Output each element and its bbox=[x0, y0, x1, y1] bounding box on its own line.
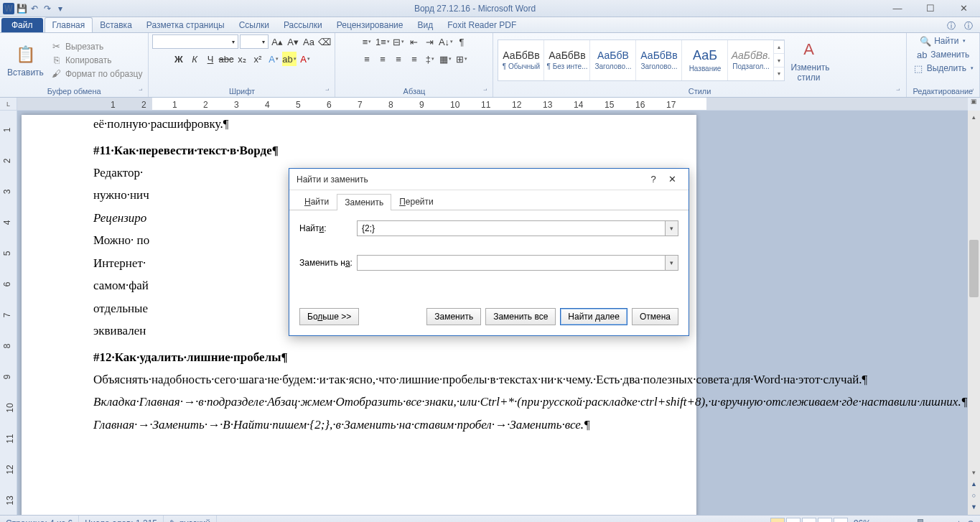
zoom-out-icon[interactable]: − bbox=[877, 518, 882, 523]
bold-icon[interactable]: Ж bbox=[172, 52, 186, 66]
strike-icon[interactable]: abc bbox=[219, 52, 233, 66]
style-no-spacing[interactable]: АаБбВв¶ Без инте... bbox=[544, 40, 590, 80]
horizontal-ruler[interactable]: L 121234567891011121314151617 bbox=[0, 98, 980, 111]
more-options-button[interactable]: Больше >> bbox=[299, 308, 359, 325]
ruler-toggle-icon[interactable]: ▣ bbox=[968, 98, 980, 111]
tab-insert[interactable]: Вставка bbox=[93, 18, 139, 32]
styles-gallery[interactable]: АаБбВв¶ Обычный АаБбВв¶ Без инте... АаБб… bbox=[498, 39, 785, 81]
dialog-tab-replace[interactable]: Заменить bbox=[337, 194, 391, 210]
scroll-up-icon[interactable]: ▴ bbox=[968, 111, 980, 123]
replace-button[interactable]: Заменить bbox=[426, 308, 481, 325]
align-right-icon[interactable]: ≡ bbox=[391, 52, 406, 66]
help-icon[interactable]: ⓘ bbox=[964, 20, 973, 32]
view-draft[interactable] bbox=[834, 518, 848, 523]
shading-icon[interactable]: ▦ bbox=[439, 52, 453, 66]
view-print-layout[interactable] bbox=[770, 518, 785, 523]
outdent-icon[interactable]: ⇤ bbox=[407, 34, 421, 49]
scroll-down-icon[interactable]: ▾ bbox=[968, 466, 980, 478]
dialog-titlebar[interactable]: Найти и заменить ? ✕ bbox=[289, 169, 689, 190]
underline-icon[interactable]: Ч bbox=[203, 52, 218, 66]
tab-mailings[interactable]: Рассылки bbox=[276, 18, 330, 32]
tab-foxit[interactable]: Foxit Reader PDF bbox=[440, 18, 523, 32]
find-history-dropdown[interactable]: ▾ bbox=[665, 221, 678, 236]
view-full-screen[interactable] bbox=[786, 518, 801, 523]
replace-button[interactable]: abЗаменить bbox=[915, 48, 971, 61]
qat-more-icon[interactable]: ▾ bbox=[55, 3, 66, 14]
prev-page-icon[interactable]: ▲ bbox=[968, 480, 980, 492]
select-button[interactable]: ⬚Выделить▾ bbox=[911, 62, 975, 75]
status-word-count[interactable]: Число слов: 1 215 bbox=[79, 516, 164, 522]
status-page[interactable]: Страница: 4 из 6 bbox=[0, 516, 79, 522]
redo-icon[interactable]: ↷ bbox=[42, 3, 53, 14]
italic-icon[interactable]: К bbox=[187, 52, 202, 66]
status-language[interactable]: ✎русский bbox=[164, 516, 217, 522]
numbering-icon[interactable]: 1≡ bbox=[375, 34, 390, 49]
change-styles-button[interactable]: A Изменить стили bbox=[788, 37, 829, 84]
subscript-icon[interactable]: x₂ bbox=[235, 52, 249, 66]
minimize-ribbon-icon[interactable]: ⓘ bbox=[947, 20, 956, 32]
align-center-icon[interactable]: ≡ bbox=[375, 52, 390, 66]
multilevel-icon[interactable]: ⊟ bbox=[391, 34, 406, 49]
line-spacing-icon[interactable]: ‡ bbox=[423, 52, 437, 66]
copy-button[interactable]: ⎘Копировать bbox=[50, 54, 144, 67]
file-tab[interactable]: Файл bbox=[1, 18, 43, 32]
find-input[interactable] bbox=[358, 221, 665, 236]
align-left-icon[interactable]: ≡ bbox=[360, 52, 374, 66]
format-painter-button[interactable]: 🖌Формат по образцу bbox=[50, 67, 144, 80]
font-color-icon[interactable]: A bbox=[298, 52, 312, 66]
dialog-help-icon[interactable]: ? bbox=[644, 174, 663, 185]
dialog-tab-goto[interactable]: Перейти bbox=[391, 193, 442, 210]
tab-selector[interactable]: L bbox=[0, 98, 17, 110]
dialog-close-icon[interactable]: ✕ bbox=[663, 174, 681, 185]
style-heading1[interactable]: АаБбВЗаголово... bbox=[590, 40, 636, 80]
tab-home[interactable]: Главная bbox=[45, 17, 93, 32]
superscript-icon[interactable]: x² bbox=[251, 52, 265, 66]
maximize-button[interactable]: ☐ bbox=[914, 1, 947, 16]
indent-icon[interactable]: ⇥ bbox=[423, 34, 437, 49]
bullets-icon[interactable]: ≡ bbox=[360, 34, 374, 49]
dialog-tab-find[interactable]: Найти bbox=[297, 193, 337, 210]
find-button[interactable]: 🔍Найти▾ bbox=[918, 34, 967, 47]
view-web[interactable] bbox=[802, 518, 816, 523]
zoom-fit-icon[interactable]: ⊕ bbox=[967, 518, 974, 523]
browse-icon[interactable]: ○ bbox=[968, 492, 980, 503]
sort-icon[interactable]: A↓ bbox=[439, 34, 453, 49]
tab-view[interactable]: Вид bbox=[410, 18, 440, 32]
vertical-ruler[interactable]: 12345678910111213 bbox=[0, 111, 17, 515]
style-title[interactable]: АаБНазвание bbox=[682, 40, 728, 80]
close-button[interactable]: ✕ bbox=[947, 1, 980, 16]
tab-review[interactable]: Рецензирование bbox=[330, 18, 411, 32]
next-page-icon[interactable]: ▼ bbox=[968, 503, 980, 515]
cut-button[interactable]: ✂Вырезать bbox=[50, 40, 144, 53]
font-size-combo[interactable]: ▾ bbox=[240, 34, 269, 49]
borders-icon[interactable]: ⊞ bbox=[454, 52, 469, 66]
replace-all-button[interactable]: Заменить все bbox=[485, 308, 556, 325]
tab-page-layout[interactable]: Разметка страницы bbox=[139, 18, 232, 32]
vertical-scrollbar[interactable]: ▴ ▾ ▲ ○ ▼ bbox=[968, 111, 980, 515]
style-heading2[interactable]: АаБбВвЗаголово... bbox=[636, 40, 682, 80]
cancel-button[interactable]: Отмена bbox=[632, 308, 678, 325]
view-outline[interactable] bbox=[818, 518, 832, 523]
zoom-in-icon[interactable]: + bbox=[956, 518, 961, 523]
style-subtitle[interactable]: АаБбВв.Подзагол... bbox=[728, 40, 774, 80]
grow-font-icon[interactable]: A▴ bbox=[270, 34, 284, 49]
styles-scroll[interactable]: ▴▾▾ bbox=[774, 40, 784, 80]
minimize-button[interactable]: — bbox=[881, 1, 914, 16]
clear-format-icon[interactable]: ⌫ bbox=[317, 34, 332, 49]
paste-button[interactable]: 📋 Вставить bbox=[4, 42, 47, 79]
text-effects-icon[interactable]: A bbox=[266, 52, 281, 66]
status-zoom[interactable]: 96% bbox=[854, 518, 871, 523]
find-next-button[interactable]: Найти далее bbox=[560, 308, 627, 325]
highlight-icon[interactable]: ab bbox=[282, 52, 297, 66]
justify-icon[interactable]: ≡ bbox=[407, 52, 421, 66]
font-name-combo[interactable]: ▾ bbox=[152, 34, 238, 49]
replace-input[interactable] bbox=[358, 256, 665, 270]
replace-history-dropdown[interactable]: ▾ bbox=[665, 256, 678, 270]
show-marks-icon[interactable]: ¶ bbox=[454, 34, 469, 49]
shrink-font-icon[interactable]: A▾ bbox=[286, 34, 300, 49]
change-case-icon[interactable]: Aa bbox=[302, 34, 316, 49]
browse-object[interactable]: ▲ ○ ▼ bbox=[968, 480, 980, 515]
scroll-thumb[interactable] bbox=[969, 240, 979, 297]
style-normal[interactable]: АаБбВв¶ Обычный bbox=[498, 40, 544, 80]
undo-icon[interactable]: ↶ bbox=[29, 3, 40, 14]
